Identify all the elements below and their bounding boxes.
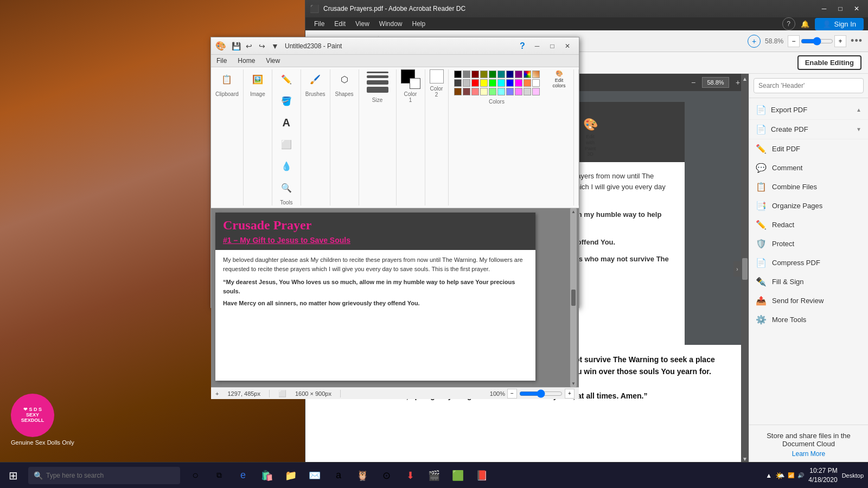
start-button[interactable]: ⊞ xyxy=(0,463,26,489)
pencil-btn[interactable]: ✏️ xyxy=(277,69,296,89)
color-black[interactable] xyxy=(454,70,462,78)
paint-menu-home[interactable]: Home xyxy=(232,55,260,67)
color-maroon[interactable] xyxy=(471,70,479,78)
taskbar-edge-btn[interactable]: e xyxy=(232,463,254,489)
scroll-thumb[interactable] xyxy=(742,258,748,280)
canvas-scroll-up[interactable]: ▲ xyxy=(571,209,576,214)
tool-item-compress[interactable]: 📄 Compress PDF xyxy=(749,253,868,272)
color-green[interactable] xyxy=(489,70,496,78)
acrobat-close-btn[interactable]: ✕ xyxy=(850,3,864,15)
taskbar-folder-btn[interactable]: 📁 xyxy=(280,463,302,489)
status-zoom-slider[interactable] xyxy=(519,389,563,398)
acrobat-menu-window[interactable]: Window xyxy=(375,19,407,29)
tool-item-protect[interactable]: 🛡️ Protect xyxy=(749,234,868,253)
color-lightgreen[interactable] xyxy=(489,88,496,95)
pdf-zoom-input[interactable] xyxy=(702,77,729,88)
color-lightred[interactable] xyxy=(471,88,479,95)
scroll-up-btn[interactable]: ▲ xyxy=(742,76,748,82)
pdf-scrollbar[interactable]: ▲ ▼ xyxy=(741,74,749,464)
paint-canvas-area[interactable]: Crusade Prayer #1 – My Gift to Jesus to … xyxy=(211,208,579,387)
acrobat-signin-btn[interactable]: 👤 Sign In xyxy=(815,18,864,30)
acrobat-maximize-btn[interactable]: □ xyxy=(833,3,847,15)
tool-item-organize[interactable]: 📑 Organize Pages xyxy=(749,196,868,215)
color-lime[interactable] xyxy=(489,79,496,87)
acrobat-menu-file[interactable]: File xyxy=(310,19,329,29)
clipboard-btn[interactable]: 📋 xyxy=(217,69,237,89)
show-hidden-icon[interactable]: ▲ xyxy=(765,472,772,479)
acrobat-minimize-btn[interactable]: ─ xyxy=(817,3,831,15)
show-desktop-btn[interactable]: Desktop xyxy=(842,472,864,479)
zoom-btn[interactable]: 🔍 xyxy=(277,178,296,197)
paint-menu-file[interactable]: File xyxy=(211,55,232,67)
color-lightpink[interactable] xyxy=(532,88,540,95)
color-navy[interactable] xyxy=(506,70,514,78)
acrobat-menu-edit[interactable]: Edit xyxy=(330,19,350,29)
paint-save-btn[interactable]: 💾 xyxy=(231,41,241,52)
color-orange[interactable] xyxy=(524,79,531,87)
color-brownish[interactable] xyxy=(463,88,470,95)
edit-colors-btn[interactable]: 🎨 Edit colors xyxy=(550,69,569,89)
enable-editing-button[interactable]: Enable Editing xyxy=(797,55,861,70)
taskbar-mail-btn[interactable]: ✉️ xyxy=(304,463,326,489)
color-magenta[interactable] xyxy=(515,79,522,87)
canvas-scroll-down[interactable]: ▼ xyxy=(571,381,576,386)
paint-close-btn[interactable]: ✕ xyxy=(560,39,575,53)
color-lightcyan[interactable] xyxy=(497,88,505,95)
tool-item-fill-sign[interactable]: ✒️ Fill & Sign xyxy=(749,272,868,291)
acrobat-menu-help[interactable]: Help xyxy=(408,19,430,29)
paint-menu-view[interactable]: View xyxy=(260,55,285,67)
tool-item-combine[interactable]: 📋 Combine Files xyxy=(749,177,868,196)
brushes-btn[interactable]: 🖌️ xyxy=(305,69,325,89)
canvas-scroll[interactable]: ▲ ▼ xyxy=(570,208,577,387)
tool-item-more-tools[interactable]: ⚙️ More Tools xyxy=(749,310,868,329)
color-purple[interactable] xyxy=(515,70,522,78)
color-silver[interactable] xyxy=(463,79,470,87)
acrobat-help-btn[interactable]: ? xyxy=(782,17,795,30)
export-pdf-header[interactable]: 📄 Export PDF ▲ xyxy=(749,100,868,119)
status-zoom-out-btn[interactable]: − xyxy=(507,389,517,399)
color-rainbow[interactable] xyxy=(524,70,531,78)
color-lightyellow[interactable] xyxy=(480,88,488,95)
taskbar-search-box[interactable]: 🔍 xyxy=(28,467,180,484)
zoom-in-btn[interactable]: + xyxy=(834,35,846,47)
collapse-right-panel-btn[interactable]: › xyxy=(733,261,741,277)
paint-qa-dropdown-btn[interactable]: ▼ xyxy=(270,41,280,52)
taskbar-tripadvisor-btn[interactable]: 🦉 xyxy=(352,463,373,489)
text-btn[interactable]: A xyxy=(277,113,296,132)
taskbar-store-btn[interactable]: 🛍️ xyxy=(256,463,278,489)
pdf-zoom-out-btn[interactable]: − xyxy=(687,76,700,89)
tool-item-comment[interactable]: 💬 Comment xyxy=(749,158,868,177)
color-picker-btn[interactable]: 💧 xyxy=(277,156,296,176)
color-lightmagenta[interactable] xyxy=(515,88,522,95)
paint-help-btn[interactable]: ? xyxy=(517,41,528,52)
acrobat-notification-btn[interactable]: 🔔 xyxy=(801,20,809,28)
image-btn[interactable]: 🖼️ xyxy=(248,69,267,89)
color2-box[interactable] xyxy=(410,78,420,89)
tool-item-redact[interactable]: ✏️ Redact xyxy=(749,215,868,234)
color2-swatch[interactable] xyxy=(430,69,444,84)
color-white[interactable] xyxy=(532,79,540,87)
color-yellow[interactable] xyxy=(480,79,488,87)
create-pdf-header[interactable]: 📄 Create PDF ▼ xyxy=(749,120,868,139)
color-teal[interactable] xyxy=(497,70,505,78)
acrobat-menu-view[interactable]: View xyxy=(351,19,374,29)
color-darkgray[interactable] xyxy=(454,79,462,87)
taskbar-acrobat-taskbar-btn[interactable]: 📕 xyxy=(471,463,493,489)
tools-search-input[interactable] xyxy=(754,78,864,93)
color-blue[interactable] xyxy=(506,79,514,87)
color-brown[interactable] xyxy=(454,88,462,95)
canvas-scroll-thumb[interactable] xyxy=(571,290,576,306)
status-zoom-in-btn[interactable]: + xyxy=(565,389,575,399)
acrobat-add-account-btn[interactable]: + xyxy=(748,35,761,48)
learn-more-link[interactable]: Learn More xyxy=(756,450,861,458)
taskbar-app2-btn[interactable]: 🟩 xyxy=(447,463,469,489)
zoom-slider[interactable] xyxy=(801,35,833,47)
taskbar-unknown-btn[interactable]: ⊙ xyxy=(375,463,397,489)
color-gray[interactable] xyxy=(463,70,470,78)
color-lightgray2[interactable] xyxy=(524,88,531,95)
taskbar-amazon-btn[interactable]: a xyxy=(328,463,349,489)
network-icon[interactable]: 📶 xyxy=(788,472,794,478)
taskbar-torrent-btn[interactable]: ⬇ xyxy=(399,463,421,489)
scroll-down-btn[interactable]: ▼ xyxy=(742,456,748,462)
taskbar-cortana-btn[interactable]: ○ xyxy=(184,463,206,489)
